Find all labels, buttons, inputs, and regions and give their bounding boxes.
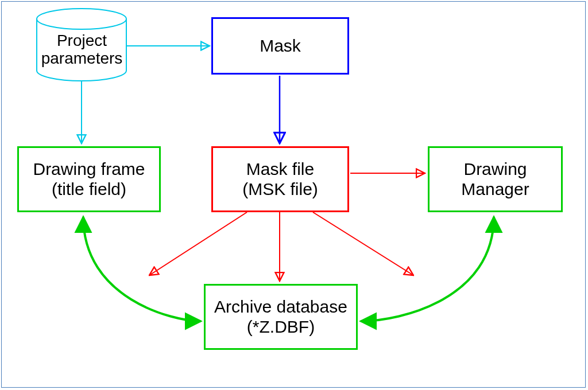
drawing-frame-line2: (title field) [52, 180, 126, 200]
drawing-frame-line1: Drawing frame [33, 159, 145, 180]
mask-label: Mask [260, 36, 301, 56]
mask-file-line2: (MSK file) [242, 180, 318, 200]
node-mask: Mask [211, 17, 349, 75]
project-parameters-line2: parameters [40, 50, 123, 68]
archive-db-line1: Archive database [214, 297, 347, 317]
node-mask-file: Mask file (MSK file) [211, 146, 349, 212]
archive-db-line2: (*Z.DBF) [247, 317, 315, 337]
label-project-parameters: Project parameters [40, 32, 123, 68]
project-parameters-line1: Project [40, 32, 123, 50]
node-drawing-manager: Drawing Manager [428, 146, 563, 212]
drawing-manager-line1: Drawing [463, 159, 527, 180]
node-archive-database: Archive database (*Z.DBF) [204, 284, 358, 350]
node-drawing-frame: Drawing frame (title field) [17, 146, 161, 212]
mask-file-line1: Mask file [246, 159, 314, 180]
drawing-manager-line2: Manager [461, 180, 529, 200]
